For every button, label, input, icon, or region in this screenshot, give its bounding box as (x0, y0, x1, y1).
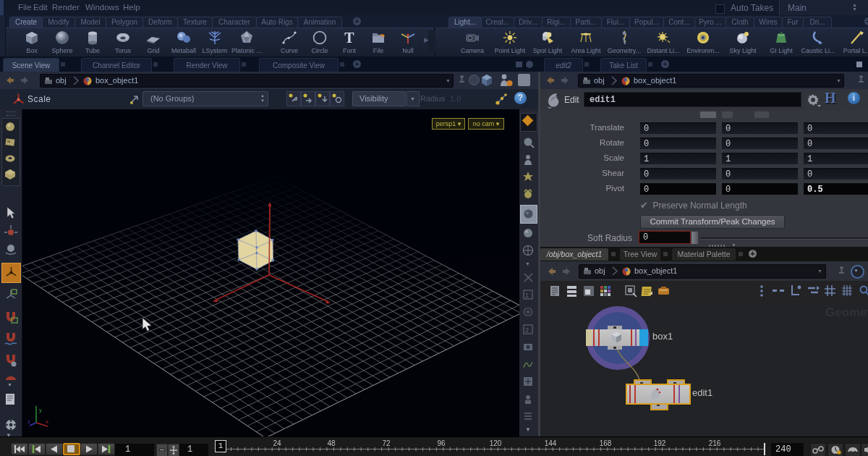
svg-text:1: 1 (525, 292, 529, 299)
svg-text:96: 96 (437, 439, 446, 447)
svg-text:48: 48 (327, 439, 336, 447)
svg-text:z: z (27, 418, 30, 425)
svg-text:y: y (39, 407, 42, 413)
svg-text:2: 2 (525, 326, 529, 334)
svg-text:x: x (46, 418, 48, 425)
svg-text:120: 120 (490, 439, 502, 447)
svg-text:144: 144 (545, 439, 557, 447)
svg-text:216: 216 (709, 439, 721, 447)
svg-text:72: 72 (382, 439, 391, 447)
svg-text:192: 192 (654, 439, 666, 447)
svg-text:T: T (344, 30, 354, 46)
svg-text:24: 24 (273, 439, 281, 447)
svg-text:168: 168 (600, 439, 612, 447)
